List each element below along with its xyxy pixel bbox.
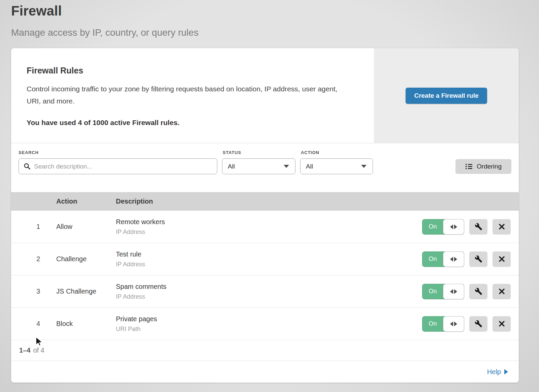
list-ordering-icon: [465, 163, 473, 170]
pagination-bar: 1–4 of 4: [11, 340, 519, 361]
page-title: Firewall: [11, 3, 539, 19]
table-row: 4 Block Private pages URI Path On: [11, 308, 519, 340]
page-subtitle: Manage access by IP, country, or query r…: [11, 27, 539, 38]
rule-match-type: IP Address: [116, 261, 421, 268]
rule-match-type: IP Address: [116, 229, 421, 236]
table-header: Action Description: [11, 192, 519, 211]
toggle-on-label: On: [422, 219, 443, 235]
search-input[interactable]: [34, 163, 212, 170]
edit-rule-button[interactable]: [469, 219, 487, 235]
close-icon: [498, 223, 505, 230]
arrow-right-icon: [454, 289, 457, 294]
create-rule-panel: Create a Firewall rule: [374, 48, 519, 143]
toggle-knob[interactable]: [443, 316, 464, 332]
rule-enabled-toggle[interactable]: On: [422, 316, 464, 332]
column-header-action: Action: [56, 198, 116, 205]
table-row: 3 JS Challenge Spam comments IP Address …: [11, 275, 519, 308]
card-top-section: Firewall Rules Control incoming traffic …: [11, 48, 519, 143]
status-label: STATUS: [223, 150, 295, 155]
delete-rule-button[interactable]: [493, 316, 511, 332]
rule-priority: 4: [11, 320, 56, 328]
search-icon: [24, 163, 31, 170]
chevron-down-icon: [361, 165, 367, 168]
rule-description: Test rule: [116, 250, 421, 258]
arrow-left-icon: [450, 224, 453, 229]
rule-description-cell: Test rule IP Address: [116, 250, 421, 268]
toggle-knob[interactable]: [443, 219, 464, 235]
action-select[interactable]: All: [300, 158, 373, 174]
status-select[interactable]: All: [222, 158, 295, 174]
rule-match-type: IP Address: [116, 293, 421, 300]
delete-rule-button[interactable]: [493, 219, 511, 235]
rule-action: Allow: [56, 223, 116, 231]
rule-controls: On: [421, 316, 519, 332]
rule-description: Remote workers: [116, 218, 421, 226]
rule-enabled-toggle[interactable]: On: [422, 251, 464, 267]
page-header: Firewall Manage access by IP, country, o…: [0, 0, 539, 38]
firewall-rules-card: Firewall Rules Control incoming traffic …: [11, 48, 519, 383]
create-firewall-rule-button[interactable]: Create a Firewall rule: [406, 88, 487, 104]
status-select-value: All: [228, 163, 235, 170]
help-link-label: Help: [487, 368, 501, 376]
toggle-on-label: On: [422, 284, 443, 299]
rule-description-cell: Spam comments IP Address: [116, 283, 421, 300]
toggle-on-label: On: [422, 316, 443, 332]
rule-description-cell: Remote workers IP Address: [116, 218, 421, 236]
wrench-icon: [475, 223, 482, 231]
search-box[interactable]: [19, 158, 217, 174]
help-link[interactable]: Help: [487, 368, 508, 376]
ordering-button-label: Ordering: [477, 163, 502, 170]
rule-description-cell: Private pages URI Path: [116, 315, 421, 333]
arrow-right-icon: [454, 224, 457, 229]
arrow-right-icon: [454, 257, 457, 262]
search-label: SEARCH: [19, 150, 217, 155]
arrow-left-icon: [450, 322, 453, 326]
rule-action: JS Challenge: [56, 288, 116, 295]
toggle-on-label: On: [422, 251, 443, 267]
wrench-icon: [475, 288, 482, 295]
action-select-value: All: [306, 163, 313, 170]
arrow-left-icon: [450, 257, 453, 262]
toggle-knob[interactable]: [443, 251, 464, 267]
edit-rule-button[interactable]: [469, 316, 487, 332]
close-icon: [498, 320, 505, 327]
pagination-total: of 4: [33, 346, 44, 354]
arrow-left-icon: [450, 289, 453, 294]
toggle-knob[interactable]: [443, 284, 464, 299]
card-description: Control incoming traffic to your zone by…: [27, 83, 347, 107]
status-filter-group: STATUS All: [217, 150, 295, 174]
close-icon: [498, 255, 505, 263]
arrow-right-icon: [454, 322, 457, 326]
rule-description: Spam comments: [116, 283, 421, 291]
delete-rule-button[interactable]: [493, 284, 511, 299]
rule-controls: On: [421, 284, 519, 299]
rule-description: Private pages: [116, 315, 421, 323]
action-filter-group: ACTION All: [295, 150, 373, 174]
rule-action: Challenge: [56, 255, 116, 263]
edit-rule-button[interactable]: [469, 284, 487, 299]
search-filter-group: SEARCH: [19, 150, 217, 174]
ordering-button[interactable]: Ordering: [455, 159, 511, 174]
edit-rule-button[interactable]: [469, 251, 487, 267]
rule-priority: 2: [11, 255, 56, 263]
rule-priority: 3: [11, 288, 56, 295]
rule-match-type: URI Path: [116, 326, 421, 333]
wrench-icon: [475, 320, 482, 328]
card-footer: Help: [11, 361, 519, 383]
column-header-description: Description: [116, 198, 421, 205]
pagination-range: 1–4: [19, 346, 30, 354]
card-heading: Firewall Rules: [27, 66, 354, 76]
table-row: 2 Challenge Test rule IP Address On: [11, 243, 519, 275]
action-label: ACTION: [301, 150, 373, 155]
wrench-icon: [475, 255, 482, 263]
rule-enabled-toggle[interactable]: On: [422, 284, 464, 299]
delete-rule-button[interactable]: [493, 251, 511, 267]
card-intro: Firewall Rules Control incoming traffic …: [11, 48, 374, 143]
filters-bar: SEARCH STATUS All ACTION All: [11, 143, 519, 192]
close-icon: [498, 288, 505, 295]
rule-priority: 1: [11, 223, 56, 231]
chevron-down-icon: [284, 165, 289, 168]
arrow-right-icon: [504, 369, 508, 374]
rules-usage-text: You have used 4 of 1000 active Firewall …: [27, 119, 354, 127]
rule-enabled-toggle[interactable]: On: [422, 219, 464, 235]
